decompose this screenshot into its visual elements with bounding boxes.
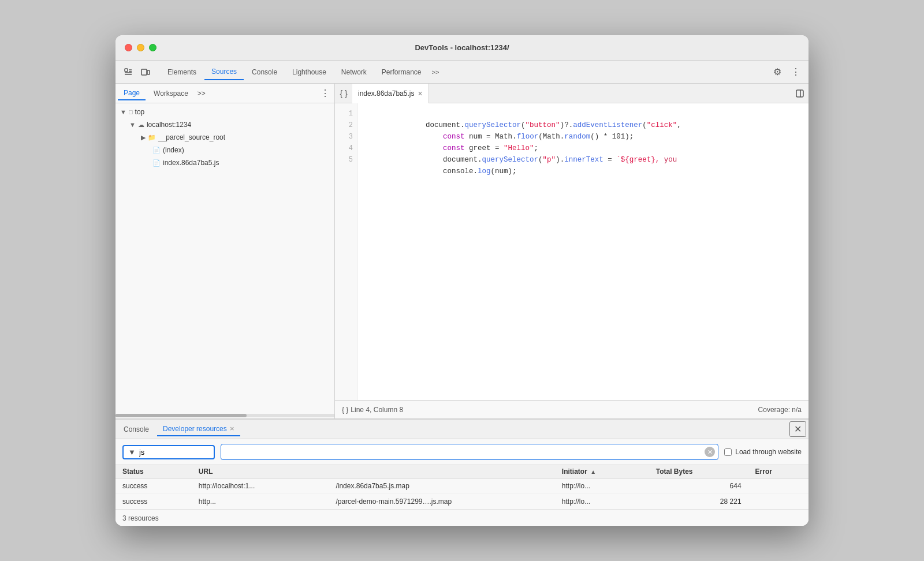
svg-rect-1: [141, 69, 147, 75]
folder-icon-2: 📁: [148, 134, 156, 141]
device-icon[interactable]: [137, 64, 154, 80]
editor-tab-js[interactable]: index.86da7ba5.js ×: [352, 84, 429, 103]
bottom-panel-header: Console Developer resources × ✕: [116, 420, 808, 439]
cell-status-1: success: [116, 478, 192, 494]
tree-expand-icon-2: ▼: [129, 121, 136, 128]
cell-bytes-2: 28 221: [649, 494, 748, 510]
panel-right-button[interactable]: [791, 85, 808, 102]
filter-clear-button[interactable]: ✕: [705, 447, 715, 457]
cell-url1-2: http...: [192, 494, 329, 510]
tab-console[interactable]: Console: [245, 65, 284, 80]
devtools-body: Page Workspace >> ⋮ ▼ □ top ▼ ☁ localhos…: [116, 84, 808, 418]
code-lines[interactable]: document.querySelector("button")?.addEve…: [358, 103, 808, 400]
folder-icon: □: [129, 109, 133, 115]
sidebar-scrollbar-thumb: [116, 414, 247, 417]
resource-table: Status URL Initiator ▲ Total Bytes Error…: [116, 465, 808, 510]
filter-icon: ▼: [128, 448, 136, 457]
tree-item-parcel-root[interactable]: ▶ 📁 __parcel_source_root: [116, 131, 334, 144]
code-area: 1 2 3 4 5 document.querySelector("button…: [335, 103, 808, 400]
th-bytes: Total Bytes: [649, 465, 748, 478]
tab-network[interactable]: Network: [334, 65, 374, 80]
filter-row: ▼ ✕ Load through website: [116, 439, 808, 465]
bottom-panel: Console Developer resources × ✕ ▼ ✕: [116, 418, 808, 526]
bottom-tab-console-label: Console: [124, 425, 149, 433]
tree-label-top: top: [135, 108, 145, 116]
sidebar-tab-workspace[interactable]: Workspace: [148, 87, 194, 100]
bottom-tab-devresources[interactable]: Developer resources ×: [157, 422, 240, 436]
status-position: Line 4, Column 8: [351, 406, 403, 414]
main-tab-bar: Elements Sources Console Lighthouse Netw…: [161, 64, 767, 80]
sidebar-scrollbar[interactable]: [116, 414, 334, 417]
bottom-tab-console[interactable]: Console: [118, 423, 155, 436]
tree-expand-icon: ▼: [120, 109, 126, 115]
status-format-icon[interactable]: { }: [342, 406, 348, 414]
tab-elements[interactable]: Elements: [161, 65, 203, 80]
header-right: ⚙ ⋮: [769, 64, 804, 80]
tree-item-localhost[interactable]: ▼ ☁ localhost:1234: [116, 118, 334, 131]
filter-input-large: ✕: [221, 444, 718, 460]
window-title: DevTools - localhost:1234/: [415, 43, 509, 52]
tree-item-js[interactable]: 📄 index.86da7ba5.js: [116, 156, 334, 169]
main-panel: { } index.86da7ba5.js × 1 2: [335, 84, 808, 418]
close-button[interactable]: [125, 44, 132, 51]
th-status: Status: [116, 465, 192, 478]
status-coverage: Coverage: n/a: [758, 406, 802, 414]
bottom-panel-close-button[interactable]: ✕: [789, 421, 806, 437]
bottom-tab-close-icon[interactable]: ×: [230, 424, 234, 433]
cell-error-2: [748, 494, 808, 510]
svg-rect-3: [796, 90, 803, 97]
cell-bytes-1: 644: [649, 478, 748, 494]
sidebar-menu-icon[interactable]: ⋮: [318, 87, 332, 100]
tab-performance[interactable]: Performance: [375, 65, 429, 80]
table-header: Status URL Initiator ▲ Total Bytes Error: [116, 465, 808, 478]
th-initiator[interactable]: Initiator ▲: [555, 465, 649, 478]
table-row[interactable]: success http... /parcel-demo-main.597129…: [116, 494, 808, 510]
status-left: { } Line 4, Column 8: [342, 406, 403, 414]
editor-tab-close-icon[interactable]: ×: [418, 89, 422, 98]
format-icon[interactable]: { }: [335, 85, 352, 102]
table-header-row: Status URL Initiator ▲ Total Bytes Error: [116, 465, 808, 478]
more-tabs-button[interactable]: >>: [430, 68, 442, 77]
tree-label-parcel-root: __parcel_source_root: [158, 133, 225, 141]
tree-item-index[interactable]: 📄 (index): [116, 144, 334, 156]
minimize-button[interactable]: [137, 44, 144, 51]
cell-status-2: success: [116, 494, 192, 510]
inspect-icon[interactable]: [120, 64, 136, 80]
tree-item-top[interactable]: ▼ □ top: [116, 106, 334, 118]
editor-tab-name: index.86da7ba5.js: [358, 89, 414, 98]
sidebar-more-button[interactable]: >>: [198, 89, 206, 98]
tree-label-index: (index): [163, 146, 184, 154]
tree-expand-icon-3: ▶: [141, 134, 146, 141]
filter-input[interactable]: [139, 448, 185, 457]
cell-url2-2: /parcel-demo-main.5971299….js.map: [329, 494, 554, 510]
traffic-lights: [125, 44, 157, 51]
bottom-tab-devresources-label: Developer resources: [163, 425, 227, 433]
tree-label-js: index.86da7ba5.js: [163, 159, 219, 167]
devtools-window: DevTools - localhost:1234/ Elements Sour…: [116, 35, 808, 526]
title-bar: DevTools - localhost:1234/: [116, 35, 808, 61]
line-numbers: 1 2 3 4 5: [335, 103, 358, 400]
tab-sources[interactable]: Sources: [204, 64, 244, 80]
cell-url1-1: http://localhost:1...: [192, 478, 329, 494]
url-filter-input[interactable]: [221, 444, 718, 460]
maximize-button[interactable]: [149, 44, 157, 51]
tab-lighthouse[interactable]: Lighthouse: [285, 65, 333, 80]
tree-label-localhost: localhost:1234: [147, 121, 191, 129]
load-through-website: Load through website: [724, 448, 802, 456]
devtools-menu-icon[interactable]: ⋮: [788, 64, 804, 80]
file-icon-2: 📄: [152, 159, 161, 167]
settings-icon[interactable]: ⚙: [769, 64, 785, 80]
file-icon-1: 📄: [152, 147, 161, 154]
bottom-content: ▼ ✕ Load through website Status: [116, 439, 808, 510]
th-url: URL: [192, 465, 555, 478]
code-line-1: document.querySelector("button")?.addEve…: [365, 108, 802, 119]
line-num-2: 2: [335, 119, 357, 131]
resource-count: 3 resources: [122, 514, 159, 522]
sidebar-tab-page[interactable]: Page: [118, 87, 146, 100]
load-website-checkbox[interactable]: [724, 448, 732, 456]
table-row[interactable]: success http://localhost:1... /index.86d…: [116, 478, 808, 494]
sidebar-tabs: Page Workspace >> ⋮: [116, 84, 334, 103]
line-num-1: 1: [335, 108, 357, 119]
editor-tabs: { } index.86da7ba5.js ×: [335, 84, 808, 103]
svg-rect-0: [125, 69, 128, 72]
